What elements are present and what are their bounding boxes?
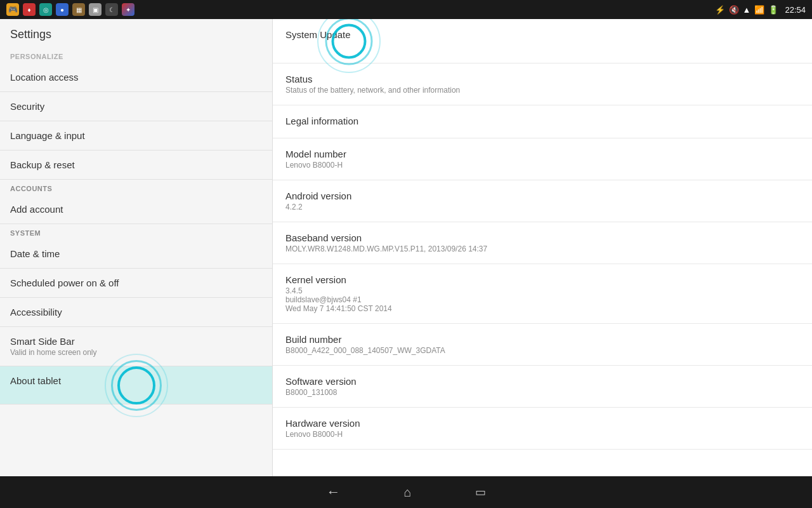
signal-icon: 📶 (754, 5, 764, 15)
build-number-title: Build number (285, 334, 799, 345)
app-icons: 🎮 ♦ ◎ ● ▦ ▣ ☾ ✦ (6, 3, 134, 16)
content-item-legal[interactable]: Legal information (273, 105, 812, 138)
hardware-version-subtitle: Lenovo B8000-H (285, 430, 799, 439)
sidebar-item-scheduled-power[interactable]: Scheduled power on & off (0, 269, 272, 298)
android-version-title: Android version (285, 190, 799, 201)
sidebar-item-security[interactable]: Security (0, 92, 272, 121)
content-item-android-version[interactable]: Android version 4.2.2 (273, 180, 812, 222)
baseband-version-title: Baseband version (285, 232, 799, 243)
clock: 22:54 (785, 5, 806, 15)
section-header-personalize: PERSONALIZE (0, 50, 272, 63)
content-item-baseband-version[interactable]: Baseband version MOLY.WR8.W1248.MD.WG.MP… (273, 222, 812, 264)
app-icon-4: ● (56, 3, 69, 16)
software-version-title: Software version (285, 376, 799, 387)
volume-icon: 🔇 (729, 5, 739, 15)
content-item-kernel-version[interactable]: Kernel version 3.4.5 buildslave@bjws04 #… (273, 264, 812, 324)
content-item-model-number[interactable]: Model number Lenovo B8000-H (273, 138, 812, 180)
wifi-icon: ▲ (743, 5, 751, 15)
app-icon-5: ▦ (72, 3, 85, 16)
app-icon-2: ♦ (23, 3, 36, 16)
app-icon-1: 🎮 (6, 3, 19, 16)
battery-icon: 🔋 (768, 5, 778, 15)
home-button[interactable]: ⌂ (403, 485, 411, 500)
status-bar: 🎮 ♦ ◎ ● ▦ ▣ ☾ ✦ ⚡ 🔇 ▲ 📶 🔋 22:54 (0, 0, 812, 19)
app-icon-8: ✦ (122, 3, 134, 16)
back-button[interactable]: ← (326, 484, 340, 500)
ripple-circle-2 (325, 19, 373, 65)
sidebar-item-location[interactable]: Location access (0, 63, 272, 92)
model-number-title: Model number (285, 149, 799, 159)
sidebar-item-datetime[interactable]: Date & time (0, 239, 272, 269)
app-icon-6: ▣ (89, 3, 102, 16)
android-version-subtitle: 4.2.2 (285, 203, 799, 211)
sidebar-item-add-account[interactable]: Add account (0, 195, 272, 224)
section-header-accounts: ACCOUNTS (0, 180, 272, 195)
kernel-version-title: Kernel version (285, 274, 799, 285)
sidebar: Settings PERSONALIZE Location access Sec… (0, 19, 273, 476)
content-item-build-number[interactable]: Build number B8000_A422_000_088_140507_W… (273, 324, 812, 366)
app-icon-3: ◎ (39, 3, 52, 16)
recents-button[interactable]: ▭ (475, 485, 486, 499)
sidebar-item-backup[interactable]: Backup & reset (0, 150, 272, 180)
content-item-status[interactable]: Status Status of the battery, network, a… (273, 64, 812, 105)
sidebar-item-accessibility[interactable]: Accessibility (0, 298, 272, 327)
status-subtitle: Status of the battery, network, and othe… (285, 86, 799, 95)
content-area: System Update Status Status of the batte… (273, 19, 812, 476)
system-update-title: System Update (285, 29, 799, 40)
section-header-system: SYSTEM (0, 224, 272, 239)
software-version-subtitle: B8000_131008 (285, 388, 799, 397)
legal-title: Legal information (285, 116, 799, 126)
status-icons: ⚡ 🔇 ▲ 📶 🔋 22:54 (715, 5, 806, 15)
bluetooth-icon: ⚡ (715, 5, 725, 15)
sidebar-item-about-tablet[interactable]: About tablet (0, 366, 272, 404)
content-item-hardware-version[interactable]: Hardware version Lenovo B8000-H (273, 408, 812, 450)
sidebar-item-language[interactable]: Language & input (0, 121, 272, 150)
nav-bar: ← ⌂ ▭ (0, 476, 812, 508)
app-icon-7: ☾ (105, 3, 118, 16)
settings-title: Settings (0, 19, 272, 50)
baseband-version-subtitle: MOLY.WR8.W1248.MD.WG.MP.V15.P11, 2013/09… (285, 244, 799, 253)
build-number-subtitle: B8000_A422_000_088_140507_WW_3GDATA (285, 346, 799, 355)
model-number-subtitle: Lenovo B8000-H (285, 161, 799, 170)
content-item-system-update[interactable]: System Update (273, 19, 812, 64)
hardware-version-title: Hardware version (285, 418, 799, 429)
about-ripple-3 (105, 354, 168, 417)
content-item-software-version[interactable]: Software version B8000_131008 (273, 366, 812, 408)
kernel-version-subtitle: 3.4.5 buildslave@bjws04 #1 Wed May 7 14:… (285, 286, 799, 313)
status-title: Status (285, 74, 799, 84)
main-layout: Settings PERSONALIZE Location access Sec… (0, 19, 812, 476)
